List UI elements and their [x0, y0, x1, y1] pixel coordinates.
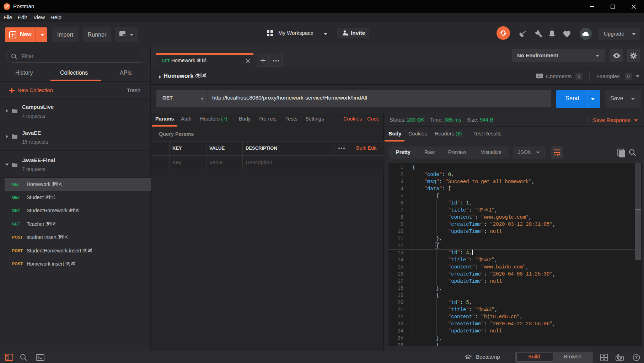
svg-text:?: ? — [635, 355, 638, 360]
